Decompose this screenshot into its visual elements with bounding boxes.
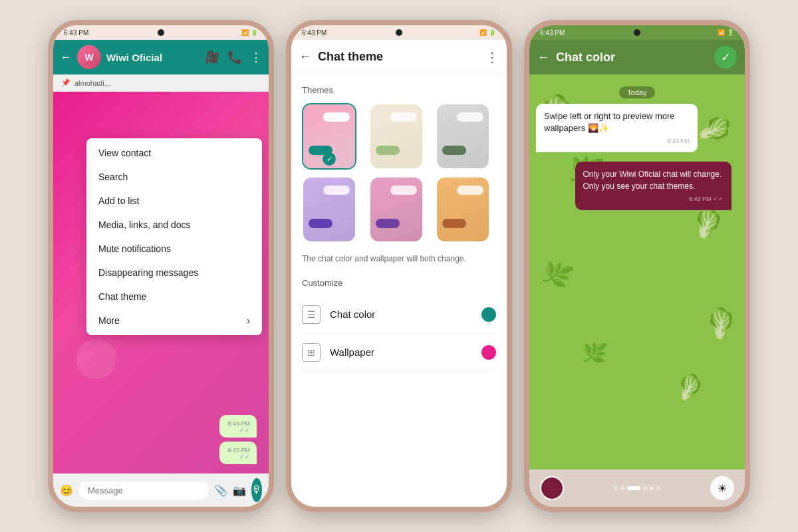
menu-item-chat-theme[interactable]: Chat theme: [86, 285, 262, 309]
chat-theme-header: ← Chat theme ⋮: [291, 40, 507, 74]
call-icon[interactable]: 📞: [227, 50, 242, 65]
status-icons-2: 📶 🔋: [479, 29, 496, 36]
back-button-3[interactable]: ←: [537, 51, 549, 65]
theme-selected-check: ✓: [323, 152, 336, 166]
dot-1: [614, 486, 618, 490]
pinned-text: almohadi...: [74, 79, 110, 87]
chat-color-icon: ☰: [302, 305, 321, 324]
time-3: 6:43 PM: [540, 29, 565, 37]
pin-icon: 📌: [61, 78, 70, 87]
page-title-3: Chat color: [556, 51, 708, 65]
theme-card-purple[interactable]: [302, 176, 356, 243]
emoji-button-1[interactable]: 😊: [60, 484, 73, 497]
confirm-button-3[interactable]: ✓: [714, 46, 737, 68]
screen-1: ← W Wiwi Oficial 🎥 📞 ⋮ 📌 almohadi... Vie…: [53, 40, 269, 507]
attach-button-1[interactable]: 📎: [214, 484, 227, 497]
mic-button-1[interactable]: 🎙: [251, 478, 262, 502]
selected-color-swatch[interactable]: [540, 476, 564, 500]
screen-2: ← Chat theme ⋮ Themes ✓: [291, 40, 507, 507]
phone-3: 6:43 PM 📶 🔋 ← Chat color ✓ 🥬 🥬 🌿 🥬 🌿: [524, 20, 750, 512]
deco-5: 🌿: [538, 256, 576, 293]
more-arrow-icon: ›: [247, 315, 250, 326]
header-icons-1: 🎥 📞 ⋮: [205, 50, 262, 65]
message-input-1[interactable]: [78, 481, 209, 499]
phone-2: 6:43 PM 📶 🔋 ← Chat theme ⋮ Themes ✓: [286, 20, 512, 512]
sent-message-1: 6:43 PM ✓✓ 6:43 PM ✓✓: [209, 410, 262, 467]
pinned-bar: 📌 almohadi...: [53, 74, 269, 92]
sent-time-3: 6:43 PM ✓✓: [583, 195, 724, 204]
brightness-button[interactable]: ☀: [710, 476, 734, 500]
chat-color-label: Chat color: [330, 309, 472, 320]
wallpaper-label: Wallpaper: [330, 346, 472, 358]
chat-background-3: 🥬 🥬 🌿 🥬 🌿 🥬 🌿 🥬 Today Swipe left or righ…: [529, 74, 745, 469]
menu-item-view-contact[interactable]: View contact: [86, 141, 262, 165]
page-title-2: Chat theme: [318, 50, 479, 64]
theme-card-beige[interactable]: [369, 103, 424, 170]
screen-3: ← Chat color ✓ 🥬 🥬 🌿 🥬 🌿 🥬 🌿 🥬 Today: [529, 40, 745, 507]
camera-notch-1: [158, 29, 164, 36]
chat-color-row[interactable]: ☰ Chat color: [302, 296, 496, 334]
status-icons-3: 📶 🔋: [718, 29, 734, 36]
dot-5: [650, 486, 654, 490]
wallpaper-icon: ⊞: [302, 343, 321, 362]
video-icon[interactable]: 🎥: [205, 50, 219, 65]
customize-label: Customize: [302, 278, 496, 288]
dot-6: [656, 486, 660, 490]
sent-message-3: Only your Wiwi Oficial chat will change.…: [575, 162, 732, 211]
status-bar-2: 6:43 PM 📶 🔋: [291, 25, 507, 40]
camera-notch-2: [396, 29, 402, 36]
menu-item-mute[interactable]: Mute notifications: [86, 237, 262, 261]
time-2: 6:43 PM: [302, 29, 327, 37]
dot-2: [620, 486, 624, 490]
dot-3-active: [627, 486, 640, 490]
context-menu: View contact Search Add to list Media, l…: [86, 138, 262, 335]
theme-note: The chat color and wallpaper will both c…: [302, 253, 496, 265]
back-button-2[interactable]: ←: [299, 50, 311, 64]
theme-card-orange[interactable]: [436, 176, 490, 243]
more-icon-2[interactable]: ⋮: [485, 49, 499, 65]
menu-item-media[interactable]: Media, links, and docs: [86, 213, 262, 237]
themes-label: Themes: [302, 85, 496, 95]
deco-7: 🌿: [581, 338, 609, 366]
menu-item-search[interactable]: Search: [86, 165, 262, 189]
theme-card-gray[interactable]: [436, 103, 490, 170]
themes-grid: ✓: [302, 103, 496, 243]
camera-notch-3: [634, 29, 640, 36]
menu-item-disappearing[interactable]: Disappearing messages: [86, 261, 262, 285]
status-icons-1: 📶 🔋: [241, 29, 258, 36]
chat-color-header: ← Chat color ✓: [529, 40, 745, 74]
wallpaper-row[interactable]: ⊞ Wallpaper: [302, 334, 496, 372]
status-bar-3: 6:43 PM 📶 🔋: [529, 25, 745, 40]
contact-name-1: Wiwi Oficial: [106, 52, 200, 63]
theme-card-pink[interactable]: ✓: [302, 103, 356, 170]
deco-6: 🥬: [700, 301, 744, 345]
phone-1: 6:43 PM 📶 🔋 ← W Wiwi Oficial 🎥 📞 ⋮ 📌 alm…: [48, 20, 274, 512]
dot-4: [643, 486, 647, 490]
color-picker-bar: ☀: [529, 469, 745, 507]
camera-button-1[interactable]: 📷: [233, 484, 246, 497]
time-1: 6:43 PM: [64, 29, 88, 37]
back-button-1[interactable]: ←: [60, 51, 72, 65]
wallpaper-dot: [481, 345, 496, 360]
chat-theme-content: Themes ✓: [291, 74, 507, 507]
avatar-1: W: [77, 45, 101, 69]
page-dots: [614, 486, 660, 490]
chat-header-1: ← W Wiwi Oficial 🎥 📞 ⋮: [53, 40, 269, 74]
received-time-3: 6:43 PM: [544, 137, 690, 146]
received-message-3: Swipe left or right to preview more wall…: [536, 104, 698, 152]
today-badge: Today: [619, 86, 654, 98]
menu-item-more[interactable]: More ›: [86, 309, 262, 332]
message-input-bar-1: 😊 📎 📷 🎙: [53, 473, 269, 507]
more-icon[interactable]: ⋮: [250, 50, 262, 65]
theme-card-pinkpurple[interactable]: [369, 176, 424, 243]
status-bar-1: 6:43 PM 📶 🔋: [53, 25, 269, 40]
deco-8: 🥬: [674, 371, 707, 403]
chat-background-1: View contact Search Add to list Media, l…: [53, 92, 269, 473]
menu-item-add-to-list[interactable]: Add to list: [86, 189, 262, 213]
chat-color-dot: [481, 307, 496, 322]
